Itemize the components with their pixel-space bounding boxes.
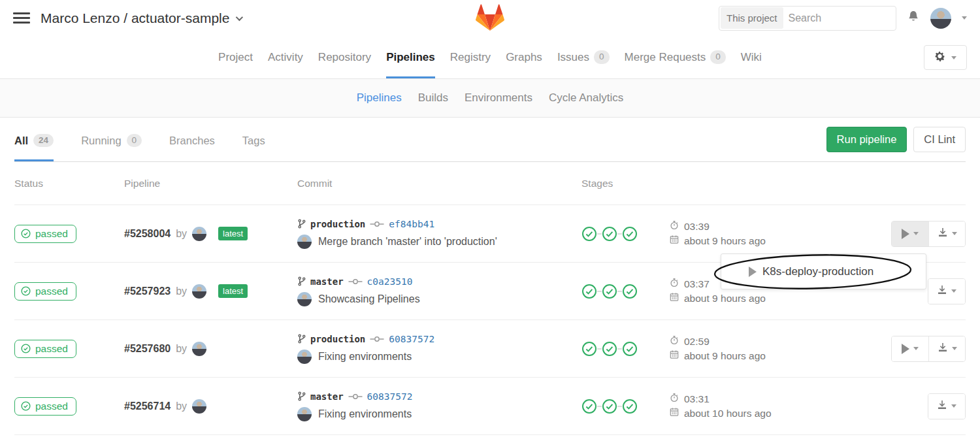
- nav-tab-wiki[interactable]: Wiki: [741, 36, 762, 78]
- user-avatar[interactable]: [930, 8, 951, 29]
- header-pipeline: Pipeline: [124, 178, 297, 189]
- nav-tab-repository[interactable]: Repository: [318, 36, 371, 78]
- calendar-icon: [670, 350, 679, 362]
- nav-tab-pipelines[interactable]: Pipelines: [386, 36, 435, 78]
- nav-tab-merge-requests[interactable]: Merge Requests 0: [625, 36, 726, 78]
- project-breadcrumb[interactable]: Marco Lenzo / actuator-sample: [41, 10, 241, 26]
- dropdown-item-k8s-deploy-production[interactable]: K8s-deploy-production: [721, 254, 926, 289]
- header-status: Status: [14, 178, 124, 189]
- latest-badge: latest: [218, 227, 248, 240]
- stage-passed-icon[interactable]: [622, 226, 638, 242]
- table-header: Status Pipeline Commit Stages: [14, 162, 966, 205]
- run-pipeline-button[interactable]: Run pipeline: [826, 127, 907, 152]
- artifacts-download-button[interactable]: [928, 221, 965, 246]
- committer-avatar[interactable]: [297, 292, 312, 306]
- manual-actions-button[interactable]: [892, 221, 928, 246]
- pipeline-link[interactable]: #5256714: [124, 400, 171, 412]
- commit-sha-link[interactable]: ef84bb41: [389, 219, 434, 229]
- author-avatar[interactable]: [192, 227, 206, 241]
- pipelines-subnav: Pipelines Builds Environments Cycle Anal…: [0, 79, 980, 118]
- nav-tab-issues[interactable]: Issues 0: [557, 36, 610, 78]
- download-icon: [937, 285, 947, 297]
- stage-passed-icon[interactable]: [581, 226, 597, 242]
- stage-passed-icon[interactable]: [581, 399, 597, 414]
- branch-link[interactable]: production: [310, 334, 365, 344]
- artifacts-download-button[interactable]: [928, 279, 965, 304]
- status-badge[interactable]: passed: [14, 225, 76, 243]
- user-menu-caret-icon[interactable]: [962, 16, 967, 20]
- stage-passed-icon[interactable]: [602, 284, 617, 299]
- notifications-bell-icon[interactable]: [907, 10, 920, 26]
- pipelines-filter-tabs: All 24 Running 0 Branches Tags Run pipel…: [14, 118, 966, 162]
- pipeline-duration: 03:39: [684, 221, 710, 233]
- nav-tab-activity[interactable]: Activity: [268, 36, 303, 78]
- subnav-pipelines[interactable]: Pipelines: [357, 91, 402, 105]
- stage-passed-icon[interactable]: [602, 399, 617, 414]
- author-avatar[interactable]: [192, 342, 206, 356]
- search-box[interactable]: This project: [719, 6, 896, 31]
- tab-tags[interactable]: Tags: [242, 118, 265, 161]
- all-count-badge: 24: [33, 134, 54, 147]
- ci-lint-button[interactable]: CI Lint: [913, 127, 966, 152]
- pipeline-finished-ago: about 9 hours ago: [684, 235, 766, 247]
- header-commit: Commit: [297, 178, 581, 189]
- stage-passed-icon[interactable]: [622, 341, 638, 357]
- project-breadcrumb-label: Marco Lenzo / actuator-sample: [41, 10, 229, 26]
- play-icon: [902, 344, 909, 354]
- stopwatch-icon: [670, 335, 679, 348]
- stage-passed-icon[interactable]: [622, 284, 638, 299]
- check-circle-icon: [21, 229, 31, 238]
- subnav-builds[interactable]: Builds: [418, 91, 448, 105]
- author-avatar[interactable]: [192, 399, 206, 414]
- artifacts-download-button[interactable]: [928, 394, 965, 419]
- status-badge[interactable]: passed: [14, 397, 76, 416]
- nav-tab-graphs[interactable]: Graphs: [506, 36, 542, 78]
- stage-passed-icon[interactable]: [622, 399, 638, 414]
- pipeline-finished-ago: about 9 hours ago: [684, 293, 766, 304]
- download-icon: [938, 227, 948, 240]
- committer-avatar[interactable]: [297, 235, 312, 249]
- commit-sha-link[interactable]: 60837572: [389, 334, 434, 344]
- stage-passed-icon[interactable]: [581, 284, 597, 299]
- pipeline-link[interactable]: #5257680: [124, 343, 171, 355]
- hamburger-menu-icon[interactable]: [13, 12, 30, 24]
- committer-avatar[interactable]: [297, 350, 312, 364]
- branch-link[interactable]: master: [310, 276, 344, 287]
- pipeline-finished-ago: about 9 hours ago: [684, 350, 766, 362]
- gitlab-logo[interactable]: [475, 3, 505, 35]
- commit-message[interactable]: Fixing environments: [318, 408, 412, 420]
- stage-passed-icon[interactable]: [581, 341, 597, 357]
- author-avatar[interactable]: [192, 284, 206, 299]
- commit-sha-link[interactable]: c0a23510: [367, 276, 413, 287]
- nav-tab-registry[interactable]: Registry: [450, 36, 491, 78]
- commit-message[interactable]: Showcasing Pipelines: [318, 293, 420, 305]
- branch-link[interactable]: master: [310, 391, 344, 402]
- stage-passed-icon[interactable]: [602, 226, 617, 242]
- subnav-cycle-analytics[interactable]: Cycle Analytics: [549, 91, 623, 105]
- project-settings-button[interactable]: [924, 45, 967, 70]
- branch-link[interactable]: production: [310, 219, 365, 229]
- search-input[interactable]: [785, 12, 896, 24]
- committer-avatar[interactable]: [297, 407, 312, 421]
- nav-tab-project[interactable]: Project: [218, 36, 253, 78]
- commit-sha-link[interactable]: 60837572: [367, 391, 413, 402]
- calendar-icon: [670, 292, 679, 304]
- tab-all[interactable]: All 24: [14, 118, 54, 161]
- commit-message[interactable]: Fixing environments: [318, 351, 412, 363]
- download-icon: [938, 342, 948, 355]
- search-scope-chip[interactable]: This project: [721, 7, 783, 29]
- commit-icon: [348, 277, 363, 286]
- status-badge[interactable]: passed: [14, 282, 76, 301]
- manual-actions-button[interactable]: [892, 336, 928, 361]
- status-badge[interactable]: passed: [14, 340, 76, 358]
- tab-running[interactable]: Running 0: [81, 118, 142, 161]
- stage-passed-icon[interactable]: [602, 341, 617, 357]
- caret-down-icon: [913, 232, 919, 235]
- commit-message[interactable]: Merge branch 'master' into 'production': [318, 236, 497, 248]
- pipeline-link[interactable]: #5257923: [124, 286, 171, 297]
- artifacts-download-button[interactable]: [928, 336, 965, 361]
- pipeline-link[interactable]: #5258004: [124, 228, 171, 240]
- tab-branches[interactable]: Branches: [169, 118, 215, 161]
- pipeline-row: passed #5257680 by production 60837572 F…: [14, 320, 966, 378]
- subnav-environments[interactable]: Environments: [465, 91, 532, 105]
